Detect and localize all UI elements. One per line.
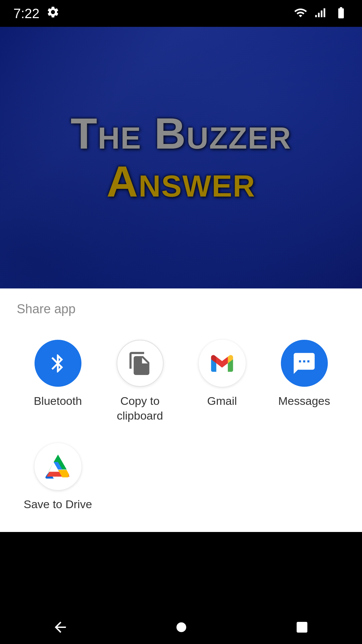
signal-icon [314, 6, 327, 21]
app-banner: The Buzzer Answer [0, 27, 362, 288]
svg-marker-0 [216, 357, 229, 367]
share-item-gmail[interactable]: Gmail [181, 333, 263, 430]
share-item-messages[interactable]: Messages [263, 333, 345, 430]
banner-title-line2: Answer [70, 158, 291, 206]
status-time: 7:22 [13, 6, 40, 21]
gmail-label: Gmail [207, 393, 237, 408]
messages-label: Messages [278, 393, 330, 408]
share-label: Share app [17, 302, 345, 316]
bluetooth-label: Bluetooth [34, 393, 82, 408]
share-grid: Bluetooth Copy to clipboard [17, 333, 345, 519]
settings-icon[interactable] [46, 5, 60, 22]
svg-point-1 [176, 622, 186, 632]
wifi-icon [293, 6, 308, 21]
nav-bar [0, 610, 362, 644]
recents-button[interactable] [294, 619, 310, 635]
share-panel: Share app Bluetooth Copy to clipboard [0, 288, 362, 532]
share-item-drive[interactable]: Save to Drive [17, 436, 99, 518]
drive-label: Save to Drive [23, 497, 92, 512]
banner-title-line1: The Buzzer [70, 110, 291, 158]
bluetooth-icon [35, 340, 81, 387]
messages-icon [281, 340, 328, 387]
svg-rect-2 [297, 622, 307, 633]
share-item-bluetooth[interactable]: Bluetooth [17, 333, 99, 430]
status-left: 7:22 [13, 5, 60, 22]
back-button[interactable] [52, 619, 69, 636]
copy-label: Copy to clipboard [102, 393, 178, 423]
drive-icon [35, 443, 81, 490]
status-right [293, 6, 349, 21]
home-button[interactable] [173, 619, 190, 636]
share-item-copy[interactable]: Copy to clipboard [99, 333, 181, 430]
gmail-icon [199, 340, 246, 387]
status-bar: 7:22 [0, 0, 362, 27]
banner-text: The Buzzer Answer [70, 110, 291, 206]
copy-icon [117, 340, 164, 387]
battery-icon [334, 6, 349, 21]
